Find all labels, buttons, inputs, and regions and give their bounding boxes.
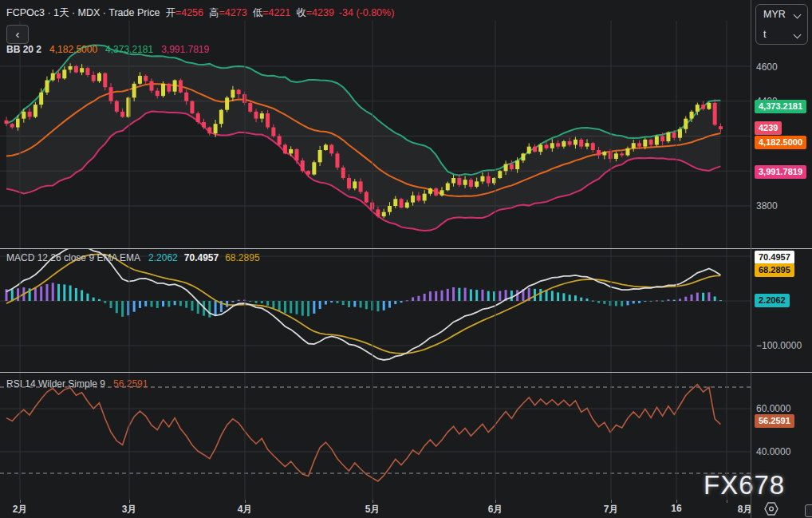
high-label: 高 <box>209 7 219 18</box>
change-value: -34 (-0.80%) <box>339 7 394 18</box>
watermark: FX678 <box>704 470 785 500</box>
rsi-label: RSI 14 Wilder Simple 9 <box>6 378 105 389</box>
macd-label: MACD 12 26 close 9 EMA EMA <box>6 252 140 263</box>
close-label: 收 <box>296 7 306 18</box>
open-value: =4256 <box>175 7 203 18</box>
pane-resize-handle-rsi[interactable] <box>0 372 812 373</box>
macd-hist-badge: 2.2062 <box>755 294 790 307</box>
low-label: 低 <box>253 7 263 18</box>
high-value: =4273 <box>219 7 247 18</box>
bb-upper-badge: 4,373.2181 <box>755 100 806 113</box>
axis-label-40: 40.0000 <box>756 446 790 457</box>
macd-line-badge: 70.4957 <box>755 251 794 264</box>
close-value: =4239 <box>306 7 334 18</box>
open-label: 开 <box>165 7 175 18</box>
rsi-badge: 56.2591 <box>755 414 794 428</box>
macd-hist-value: 2.2062 <box>148 252 178 263</box>
bb-lower-value: 3,991.7819 <box>161 44 209 55</box>
timezone-settings-icon[interactable] <box>763 500 780 517</box>
last-price-badge: 4239 <box>755 121 782 135</box>
axis-label-60: 60.0000 <box>756 403 790 414</box>
chevron-down-icon <box>794 11 802 19</box>
time-label-may: 5月 <box>365 503 380 516</box>
trading-chart-app: FCPOc3 · 1天 · MDX · Trade Price开=4256高=4… <box>0 0 812 518</box>
macd-line-value: 70.4957 <box>184 252 219 263</box>
currency-value: MYR <box>763 9 786 20</box>
chevron-down-icon <box>794 31 802 39</box>
time-label-feb: 2月 <box>13 503 28 516</box>
corner-button-partial[interactable] <box>805 504 812 517</box>
bb-lower-badge: 3,991.7819 <box>755 165 806 179</box>
chart-controls: MYR t <box>755 4 808 45</box>
symbol-title: FCPOc3 · 1天 · MDX · Trade Price <box>6 7 160 18</box>
macd-legend: MACD 12 26 close 9 EMA EMA2.206270.49576… <box>6 252 260 263</box>
time-label-mar: 3月 <box>122 503 137 516</box>
bb-label: BB 20 2 <box>6 44 41 55</box>
chart-canvas[interactable] <box>0 0 751 499</box>
unit-value: t <box>763 29 766 40</box>
time-label-jul: 7月 <box>604 503 619 516</box>
bb-basis-value: 4,182.5000 <box>49 44 97 55</box>
time-label-apr: 4月 <box>238 503 253 516</box>
price-axis[interactable]: 4600 4400 3800 4,373.2181 4239 4,182.500… <box>751 0 812 499</box>
symbol-header: FCPOc3 · 1天 · MDX · Trade Price开=4256高=4… <box>6 6 394 20</box>
bb-basis-badge: 4,182.5000 <box>755 136 806 149</box>
bb-upper-value: 4,373.2181 <box>105 44 153 55</box>
rsi-value: 56.2591 <box>113 378 148 389</box>
macd-signal-badge: 68.2895 <box>755 263 794 277</box>
axis-label-4600: 4600 <box>756 61 778 73</box>
macd-signal-value: 68.2895 <box>225 252 259 263</box>
low-value: =4221 <box>262 7 290 18</box>
bb-legend: BB 20 24,182.50004,373.21813,991.7819 <box>6 44 209 55</box>
back-chevron-icon: ‹ <box>16 27 20 41</box>
back-button[interactable]: ‹ <box>6 25 29 44</box>
axis-label-3800: 3800 <box>756 200 778 212</box>
axis-label-neg100: −100.0000 <box>756 340 802 351</box>
time-axis[interactable]: 2月 3月 4月 5月 6月 7月 16 8月 <box>0 500 812 518</box>
rsi-legend: RSI 14 Wilder Simple 956.2591 <box>6 378 148 389</box>
unit-select[interactable]: t <box>756 25 807 45</box>
pane-resize-handle-macd[interactable] <box>0 248 812 249</box>
currency-select[interactable]: MYR <box>756 5 807 25</box>
axis-border <box>751 0 751 518</box>
time-label-jun: 6月 <box>488 503 503 516</box>
time-label-16: 16 <box>671 503 681 514</box>
